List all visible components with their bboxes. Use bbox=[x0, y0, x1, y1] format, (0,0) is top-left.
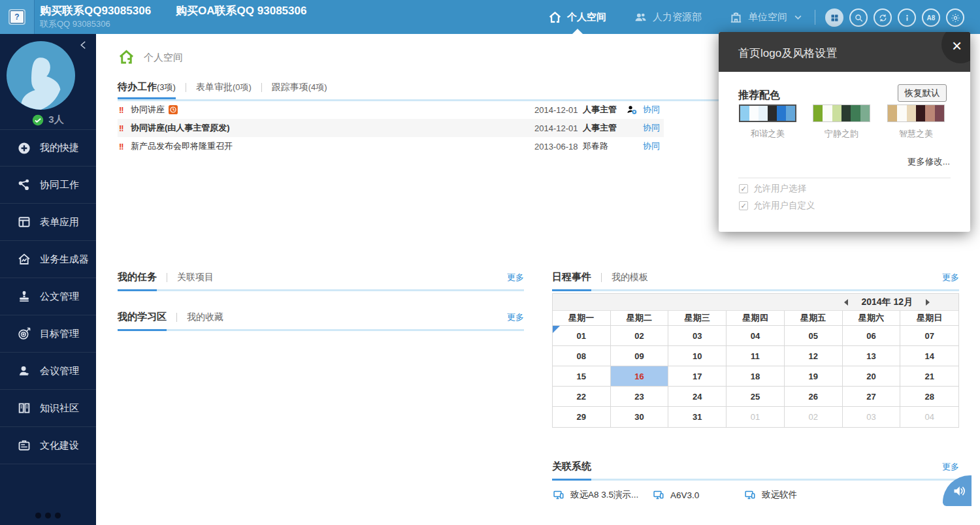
sidebar-item-文化建设[interactable]: 文化建设 bbox=[0, 427, 96, 464]
calendar-day[interactable]: 01 bbox=[553, 326, 611, 346]
apps-grid-icon[interactable] bbox=[825, 8, 843, 27]
calendar-day[interactable]: 02 bbox=[611, 326, 669, 346]
sidebar-item-我的快捷[interactable]: 我的快捷 bbox=[0, 129, 96, 167]
info-icon[interactable] bbox=[898, 8, 916, 27]
topnav-item-个人空间[interactable]: 个人空间 bbox=[534, 0, 620, 34]
calendar-day[interactable]: 02 bbox=[785, 407, 843, 427]
tab-我的任务[interactable]: 我的任务 bbox=[118, 271, 157, 283]
sidebar-item-表单应用[interactable]: 表单应用 bbox=[0, 204, 96, 241]
checkbox-label: 允许用户选择 bbox=[753, 183, 806, 195]
checkbox-icon[interactable]: ✓ bbox=[739, 201, 748, 210]
more-link[interactable]: 更多 bbox=[507, 272, 524, 283]
calendar-day[interactable]: 04 bbox=[900, 407, 958, 427]
calendar-day[interactable]: 21 bbox=[900, 366, 958, 387]
checkbox-允许用户自定义[interactable]: ✓允许用户自定义 bbox=[739, 200, 815, 212]
restore-default-button[interactable]: 恢复默认 bbox=[898, 84, 947, 102]
tab-我的收藏[interactable]: 我的收藏 bbox=[187, 311, 223, 323]
calendar-day[interactable]: 03 bbox=[668, 326, 727, 346]
more-link[interactable]: 更多 bbox=[942, 461, 959, 473]
tab-跟踪事项[interactable]: 跟踪事项(4项) bbox=[272, 82, 327, 93]
todo-title[interactable]: 协同讲座 bbox=[131, 104, 165, 116]
tab-关联项目[interactable]: 关联项目 bbox=[177, 272, 214, 283]
collapse-sidebar-icon[interactable] bbox=[78, 39, 90, 51]
calendar-day[interactable]: 23 bbox=[611, 387, 669, 407]
calendar-day[interactable]: 13 bbox=[843, 346, 901, 366]
tab-待办工作[interactable]: 待办工作(3项) bbox=[118, 81, 176, 93]
tab-日程事件[interactable]: 日程事件 bbox=[552, 271, 591, 283]
calendar-day[interactable]: 16 bbox=[611, 366, 669, 387]
sidebar-item-会议管理[interactable]: 会议管理 bbox=[0, 353, 96, 390]
checkbox-icon[interactable]: ✓ bbox=[739, 184, 748, 193]
todo-title[interactable]: 新产品发布会即将隆重召开 bbox=[131, 140, 233, 152]
calendar-day[interactable]: 30 bbox=[611, 407, 669, 427]
calendar-day[interactable]: 04 bbox=[727, 326, 785, 346]
palette-和谐之美[interactable]: 和谐之美 bbox=[739, 104, 796, 140]
linked-system-item[interactable]: A6V3.0 bbox=[652, 489, 743, 501]
sidebar-item-业务生成器[interactable]: 业务生成器 bbox=[0, 241, 96, 278]
swatch-color bbox=[768, 106, 777, 121]
avatar[interactable] bbox=[7, 41, 75, 110]
sidebar-item-协同工作[interactable]: 协同工作 bbox=[0, 167, 96, 204]
search-icon[interactable] bbox=[849, 8, 868, 27]
calendar-day[interactable]: 05 bbox=[785, 326, 843, 346]
calendar-day[interactable]: 10 bbox=[668, 346, 727, 366]
calendar-day[interactable]: 08 bbox=[553, 346, 611, 366]
tab-关联系统[interactable]: 关联系统 bbox=[552, 460, 591, 473]
prev-month-icon[interactable] bbox=[844, 299, 848, 306]
topnav-item-人力资源部[interactable]: 人力资源部 bbox=[620, 0, 715, 34]
calendar-day[interactable]: 01 bbox=[727, 407, 785, 427]
topnav-item-单位空间[interactable]: 单位空间 bbox=[715, 0, 817, 34]
tab-我的学习区[interactable]: 我的学习区 bbox=[118, 311, 167, 323]
style-settings-dialog: 首页logo及风格设置 × 推荐配色 恢复默认 和谐之美宁静之韵智慧之美 更多修… bbox=[719, 32, 970, 232]
palette-智慧之美[interactable]: 智慧之美 bbox=[887, 104, 945, 140]
calendar-day[interactable]: 29 bbox=[553, 407, 611, 427]
calendar-day[interactable]: 27 bbox=[843, 387, 901, 407]
sidebar-item-知识社区[interactable]: 知识社区 bbox=[0, 390, 96, 427]
calendar-day[interactable]: 09 bbox=[611, 346, 669, 366]
calendar-day[interactable]: 24 bbox=[668, 387, 727, 407]
todo-row[interactable]: !!协同讲座2014-12-01人事主管协同 bbox=[118, 101, 664, 119]
calendar-day[interactable]: 31 bbox=[668, 407, 727, 427]
todo-action-link[interactable]: 协同 bbox=[640, 104, 660, 116]
calendar-day[interactable]: 18 bbox=[727, 366, 785, 387]
palette-宁静之韵[interactable]: 宁静之韵 bbox=[813, 104, 870, 140]
logo-box[interactable]: ? bbox=[0, 0, 35, 34]
calendar-day[interactable]: 25 bbox=[727, 387, 785, 407]
todo-action-link[interactable]: 协同 bbox=[640, 140, 660, 152]
linked-system-item[interactable]: 致远软件 bbox=[743, 489, 797, 501]
calendar-day[interactable]: 14 bbox=[900, 346, 958, 366]
todo-action-link[interactable]: 协同 bbox=[640, 122, 660, 134]
todo-row[interactable]: !!协同讲座(由人事主管原发)2014-12-01人事主管协同 bbox=[118, 119, 664, 137]
sync-icon[interactable] bbox=[874, 8, 892, 27]
sidebar-pager-dots[interactable] bbox=[0, 509, 96, 521]
sidebar-item-目标管理[interactable]: 目标管理 bbox=[0, 315, 96, 353]
calendar-day[interactable]: 07 bbox=[900, 326, 958, 346]
linked-system-item[interactable]: 致远A8 3.5演示... bbox=[552, 489, 652, 501]
calendar-day[interactable]: 20 bbox=[843, 366, 901, 387]
calendar-day[interactable]: 17 bbox=[668, 366, 727, 387]
tab-我的模板[interactable]: 我的模板 bbox=[612, 272, 648, 283]
calendar-day[interactable]: 22 bbox=[553, 387, 611, 407]
checkbox-允许用户选择[interactable]: ✓允许用户选择 bbox=[739, 183, 815, 195]
checkbox-label: 允许用户自定义 bbox=[753, 200, 815, 212]
calendar-day[interactable]: 06 bbox=[843, 326, 901, 346]
a8-badge-icon[interactable]: A8 bbox=[922, 8, 940, 27]
calendar-day[interactable]: 28 bbox=[900, 387, 958, 407]
settings-icon[interactable] bbox=[946, 8, 964, 27]
calendar-day[interactable]: 12 bbox=[785, 346, 843, 366]
calendar-day[interactable]: 03 bbox=[843, 407, 901, 427]
todo-row[interactable]: !!新产品发布会即将隆重召开2013-06-18郑春路协同 bbox=[118, 137, 664, 155]
more-changes-link[interactable]: 更多修改... bbox=[907, 156, 950, 168]
calendar-day[interactable]: 11 bbox=[727, 346, 785, 366]
more-link[interactable]: 更多 bbox=[507, 311, 524, 323]
more-link[interactable]: 更多 bbox=[942, 272, 959, 283]
calendar-day[interactable]: 19 bbox=[785, 366, 843, 387]
close-button[interactable]: × bbox=[941, 32, 970, 63]
calendar-day[interactable]: 15 bbox=[553, 366, 611, 387]
online-status[interactable]: 3人 bbox=[0, 114, 96, 126]
next-month-icon[interactable] bbox=[926, 299, 930, 306]
todo-title[interactable]: 协同讲座(由人事主管原发) bbox=[131, 122, 230, 134]
calendar-day[interactable]: 26 bbox=[785, 387, 843, 407]
tab-表单审批[interactable]: 表单审批(0项) bbox=[196, 82, 252, 93]
sidebar-item-公文管理[interactable]: 公文管理 bbox=[0, 278, 96, 315]
